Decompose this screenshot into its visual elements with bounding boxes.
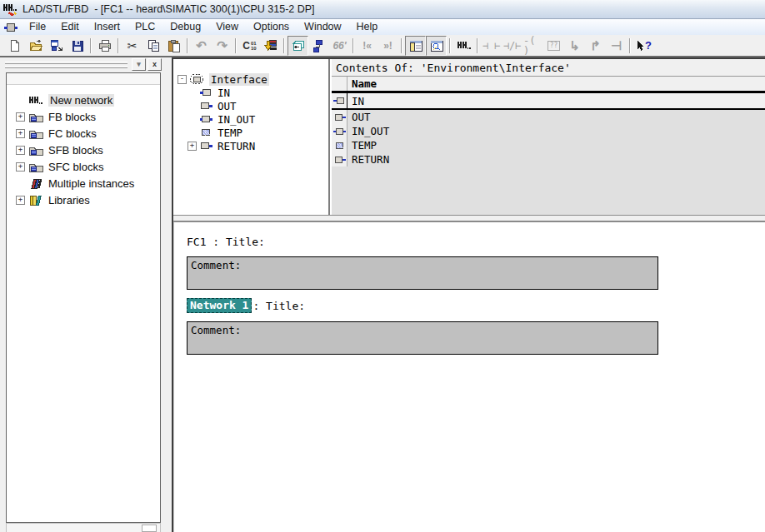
menu-debug[interactable]: Debug [162, 20, 208, 34]
detail-view-button[interactable] [426, 36, 447, 56]
menu-options[interactable]: Options [246, 20, 297, 34]
table-cell-name[interactable]: IN [348, 93, 765, 108]
block-title[interactable]: FC1 : Title: [187, 236, 265, 248]
panel-horizontal-scrollbar[interactable] [6, 523, 161, 532]
branch-end-button[interactable]: ⊣ [606, 36, 627, 56]
interface-temp-row[interactable]: TEMP [173, 126, 328, 139]
help-button[interactable]: ? [633, 36, 654, 56]
symbol-info-button[interactable] [308, 36, 329, 56]
expand-plus-icon[interactable]: + [188, 142, 197, 151]
menu-window[interactable]: Window [297, 20, 348, 34]
sidebar-item-fb-blocks[interactable]: + FB blocks [7, 108, 160, 125]
open-branch-button[interactable]: ↳ [564, 36, 585, 56]
menu-file[interactable]: File [22, 20, 53, 34]
interface-return-row[interactable]: + RETURN [173, 139, 328, 152]
network-comment-box[interactable]: Comment: [187, 321, 658, 355]
save-button[interactable] [67, 36, 88, 56]
contact-nc-button[interactable]: ⊣/⊢ [502, 36, 522, 56]
sidebar-item-sfc-blocks[interactable]: + SFC blocks [7, 158, 160, 175]
split-view-button[interactable] [405, 36, 426, 56]
menu-help[interactable]: Help [349, 20, 386, 34]
sidebar-item-label: Multiple instances [48, 177, 134, 190]
mdi-child-icon[interactable] [3, 22, 18, 32]
interface-in-out-row[interactable]: IN_OUT [173, 112, 328, 126]
window-columns-icon [409, 40, 422, 52]
program-elements-panel: ▾ x New network + [2, 58, 163, 532]
undo-button[interactable]: ↶ [191, 36, 212, 56]
network-title-line: Network 1 : Title: [187, 298, 305, 313]
declaration-return-icon [332, 152, 348, 167]
normally-open-contact-icon: ⊣ ⊢ [482, 41, 501, 51]
coil-button[interactable]: -( ) [522, 36, 543, 56]
table-row-in-out[interactable]: IN_OUT [332, 124, 765, 138]
table-row-out[interactable]: OUT [332, 110, 765, 124]
table-cell-name[interactable]: TEMP [348, 138, 765, 152]
table-row-return[interactable]: RETURN [332, 152, 765, 167]
table-cell-name[interactable]: IN_OUT [348, 124, 765, 138]
block-comment-box[interactable]: Comment: [187, 256, 658, 290]
download-blocks-icon [264, 39, 278, 52]
open-online-button[interactable] [46, 36, 67, 56]
empty-box-button[interactable]: ?? [543, 36, 564, 56]
table-row-temp[interactable]: TEMP [332, 138, 765, 152]
previous-error-button[interactable]: !« [357, 36, 378, 56]
app-icon [3, 2, 18, 17]
expand-plus-icon[interactable]: + [16, 129, 25, 138]
next-error-button[interactable]: »! [378, 36, 398, 56]
sidebar-item-sfb-blocks[interactable]: + SFB blocks [7, 142, 160, 158]
c01-button[interactable]: C 0110 [239, 36, 260, 56]
redo-button[interactable]: ↷ [212, 36, 232, 56]
program-elements-tree: New network + FB blocks + [7, 85, 160, 208]
menu-insert[interactable]: Insert [87, 20, 128, 34]
new-network-button[interactable] [453, 36, 474, 56]
comment-label: Comment: [191, 324, 241, 336]
monitor-button[interactable]: 66' [329, 36, 350, 56]
collapse-minus-icon[interactable]: - [178, 75, 187, 84]
sidebar-item-fc-blocks[interactable]: + FC blocks [7, 125, 160, 142]
network-badge[interactable]: Network 1 [187, 298, 252, 313]
menu-view[interactable]: View [208, 20, 246, 34]
toolbar-separator [235, 38, 237, 53]
interface-item-label: OUT [218, 100, 237, 112]
libraries-books-icon [28, 194, 45, 206]
new-network-icon [457, 40, 472, 51]
print-button[interactable] [94, 36, 115, 56]
paste-button[interactable] [163, 36, 184, 56]
sidebar-item-new-network[interactable]: New network [7, 92, 160, 108]
interface-item-label: IN [218, 87, 230, 99]
new-button[interactable] [4, 36, 25, 56]
expand-plus-icon[interactable]: + [16, 196, 25, 205]
scrollbar-thumb[interactable] [142, 525, 157, 532]
normally-closed-contact-icon: ⊣/⊢ [503, 41, 522, 51]
table-cell-name[interactable]: OUT [348, 110, 765, 124]
interface-in-row[interactable]: IN [173, 86, 328, 99]
expand-plus-icon[interactable]: + [16, 162, 25, 172]
table-row-in[interactable]: IN [332, 92, 765, 110]
expand-plus-icon[interactable]: + [16, 146, 25, 155]
blocks-folder-icon [28, 111, 45, 122]
network-title-suffix[interactable]: : Title: [252, 300, 305, 312]
expand-plus-icon[interactable]: + [16, 112, 25, 122]
declaration-code-splitter[interactable] [173, 215, 765, 221]
sidebar-item-libraries[interactable]: + Libraries [7, 191, 160, 208]
panel-close-button[interactable]: x [148, 58, 162, 71]
interface-root-row[interactable]: - Interface [173, 72, 328, 86]
sidebar-item-multiple-instances[interactable]: Multiple instances [7, 175, 160, 191]
help-question-mark: ? [645, 39, 652, 52]
download-button[interactable] [260, 36, 281, 56]
contact-no-button[interactable]: ⊣ ⊢ [481, 36, 502, 56]
copy-button[interactable] [142, 36, 163, 56]
interface-out-row[interactable]: OUT [173, 99, 328, 112]
overview-toggle-button[interactable] [288, 36, 308, 56]
open-button[interactable] [25, 36, 46, 56]
close-branch-button[interactable]: ↱ [585, 36, 606, 56]
panel-dropdown-button[interactable]: ▾ [132, 58, 146, 71]
cut-button[interactable]: ✂ [122, 36, 142, 56]
panel-grip[interactable]: ▾ x [5, 59, 162, 70]
contents-header: Contents Of: 'Environment\Interface' [332, 59, 765, 77]
sidebar-item-label: FB blocks [48, 111, 96, 123]
menu-plc[interactable]: PLC [128, 20, 162, 34]
interface-tree: - Interface IN OUT [173, 59, 330, 215]
table-cell-name[interactable]: RETURN [348, 152, 765, 167]
menu-edit[interactable]: Edit [53, 20, 87, 34]
